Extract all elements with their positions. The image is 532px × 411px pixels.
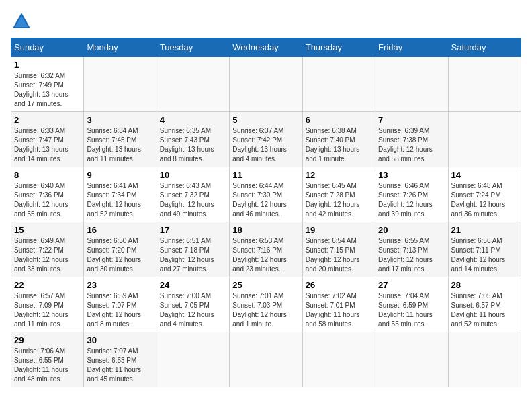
day-number: 27 (378, 280, 445, 290)
day-header-wednesday: Wednesday (230, 38, 302, 57)
day-info: Sunrise: 7:02 AMSunset: 7:01 PMDaylight:… (306, 291, 372, 329)
day-number: 5 (232, 115, 299, 125)
calendar-cell: 10Sunrise: 6:43 AMSunset: 7:32 PMDayligh… (157, 167, 229, 222)
day-number: 14 (451, 170, 518, 180)
day-info: Sunrise: 6:59 AMSunset: 7:07 PMDaylight:… (87, 291, 153, 329)
day-header-saturday: Saturday (448, 38, 521, 57)
calendar-cell: 20Sunrise: 6:55 AMSunset: 7:13 PMDayligh… (375, 222, 448, 277)
day-number: 22 (14, 280, 81, 290)
day-info: Sunrise: 6:43 AMSunset: 7:32 PMDaylight:… (160, 181, 226, 219)
day-info: Sunrise: 7:01 AMSunset: 7:03 PMDaylight:… (232, 291, 299, 329)
day-info: Sunrise: 7:06 AMSunset: 6:55 PMDaylight:… (14, 347, 81, 384)
calendar-cell: 3Sunrise: 6:34 AMSunset: 7:45 PMDaylight… (84, 112, 157, 167)
day-info: Sunrise: 6:56 AMSunset: 7:11 PMDaylight:… (451, 236, 518, 274)
day-info: Sunrise: 6:33 AMSunset: 7:47 PMDaylight:… (14, 126, 81, 164)
day-header-thursday: Thursday (302, 38, 375, 57)
day-number: 28 (451, 280, 518, 290)
day-number: 2 (14, 115, 81, 125)
calendar-cell: 21Sunrise: 6:56 AMSunset: 7:11 PMDayligh… (448, 222, 521, 277)
calendar-week-row: 1Sunrise: 6:32 AMSunset: 7:49 PMDaylight… (11, 57, 521, 112)
calendar-cell: 23Sunrise: 6:59 AMSunset: 7:07 PMDayligh… (84, 277, 157, 332)
day-number: 7 (378, 115, 445, 125)
calendar-cell: 1Sunrise: 6:32 AMSunset: 7:49 PMDaylight… (11, 57, 84, 112)
calendar-cell: 17Sunrise: 6:51 AMSunset: 7:18 PMDayligh… (157, 222, 229, 277)
day-number: 21 (451, 225, 518, 235)
calendar-cell: 9Sunrise: 6:41 AMSunset: 7:34 PMDaylight… (84, 167, 157, 222)
day-number: 25 (232, 280, 299, 290)
logo (11, 11, 35, 32)
day-info: Sunrise: 6:39 AMSunset: 7:38 PMDaylight:… (378, 126, 445, 164)
calendar-cell (448, 112, 521, 167)
day-info: Sunrise: 7:07 AMSunset: 6:53 PMDaylight:… (87, 347, 153, 384)
calendar-cell: 13Sunrise: 6:46 AMSunset: 7:26 PMDayligh… (375, 167, 448, 222)
calendar-week-row: 29Sunrise: 7:06 AMSunset: 6:55 PMDayligh… (11, 332, 521, 387)
calendar-cell: 26Sunrise: 7:02 AMSunset: 7:01 PMDayligh… (302, 277, 375, 332)
day-number: 8 (14, 170, 81, 180)
calendar-cell: 27Sunrise: 7:04 AMSunset: 6:59 PMDayligh… (375, 277, 448, 332)
calendar-cell: 14Sunrise: 6:48 AMSunset: 7:24 PMDayligh… (448, 167, 521, 222)
calendar-cell: 6Sunrise: 6:38 AMSunset: 7:40 PMDaylight… (302, 112, 375, 167)
day-number: 17 (160, 225, 226, 235)
calendar-cell: 24Sunrise: 7:00 AMSunset: 7:05 PMDayligh… (157, 277, 229, 332)
calendar-cell: 19Sunrise: 6:54 AMSunset: 7:15 PMDayligh… (302, 222, 375, 277)
day-number: 4 (160, 115, 226, 125)
calendar-cell (157, 332, 229, 387)
day-header-friday: Friday (375, 38, 448, 57)
calendar-cell: 30Sunrise: 7:07 AMSunset: 6:53 PMDayligh… (84, 332, 157, 387)
day-info: Sunrise: 6:45 AMSunset: 7:28 PMDaylight:… (306, 181, 372, 219)
day-header-sunday: Sunday (11, 38, 84, 57)
day-info: Sunrise: 6:38 AMSunset: 7:40 PMDaylight:… (306, 126, 372, 164)
calendar-cell: 2Sunrise: 6:33 AMSunset: 7:47 PMDaylight… (11, 112, 84, 167)
calendar-cell: 16Sunrise: 6:50 AMSunset: 7:20 PMDayligh… (84, 222, 157, 277)
day-number: 1 (14, 60, 81, 70)
day-info: Sunrise: 6:53 AMSunset: 7:16 PMDaylight:… (232, 236, 299, 274)
calendar-cell (375, 57, 448, 112)
calendar-cell (84, 57, 157, 112)
calendar-week-row: 15Sunrise: 6:49 AMSunset: 7:22 PMDayligh… (11, 222, 521, 277)
calendar-cell: 12Sunrise: 6:45 AMSunset: 7:28 PMDayligh… (302, 167, 375, 222)
day-number: 20 (378, 225, 445, 235)
day-number: 11 (232, 170, 299, 180)
day-number: 26 (306, 280, 372, 290)
day-info: Sunrise: 6:34 AMSunset: 7:45 PMDaylight:… (87, 126, 153, 164)
day-number: 15 (14, 225, 81, 235)
calendar-cell (230, 57, 302, 112)
day-info: Sunrise: 6:35 AMSunset: 7:43 PMDaylight:… (160, 126, 226, 164)
day-info: Sunrise: 6:49 AMSunset: 7:22 PMDaylight:… (14, 236, 81, 274)
calendar-cell: 5Sunrise: 6:37 AMSunset: 7:42 PMDaylight… (230, 112, 302, 167)
calendar-cell: 8Sunrise: 6:40 AMSunset: 7:36 PMDaylight… (11, 167, 84, 222)
day-info: Sunrise: 6:37 AMSunset: 7:42 PMDaylight:… (232, 126, 299, 164)
day-info: Sunrise: 6:48 AMSunset: 7:24 PMDaylight:… (451, 181, 518, 219)
calendar-cell (375, 332, 448, 387)
day-info: Sunrise: 6:41 AMSunset: 7:34 PMDaylight:… (87, 181, 153, 219)
day-info: Sunrise: 6:55 AMSunset: 7:13 PMDaylight:… (378, 236, 445, 274)
day-info: Sunrise: 7:00 AMSunset: 7:05 PMDaylight:… (160, 291, 226, 329)
calendar-table: SundayMondayTuesdayWednesdayThursdayFrid… (11, 38, 521, 387)
day-number: 19 (306, 225, 372, 235)
page-header (11, 11, 521, 32)
day-number: 10 (160, 170, 226, 180)
calendar-cell (157, 57, 229, 112)
day-info: Sunrise: 6:50 AMSunset: 7:20 PMDaylight:… (87, 236, 153, 274)
calendar-cell: 18Sunrise: 6:53 AMSunset: 7:16 PMDayligh… (230, 222, 302, 277)
calendar-cell (448, 332, 521, 387)
day-info: Sunrise: 6:46 AMSunset: 7:26 PMDaylight:… (378, 181, 445, 219)
day-number: 23 (87, 280, 153, 290)
day-header-monday: Monday (84, 38, 157, 57)
day-header-tuesday: Tuesday (157, 38, 229, 57)
day-number: 24 (160, 280, 226, 290)
day-info: Sunrise: 6:57 AMSunset: 7:09 PMDaylight:… (14, 291, 81, 329)
calendar-cell: 28Sunrise: 7:05 AMSunset: 6:57 PMDayligh… (448, 277, 521, 332)
calendar-cell: 11Sunrise: 6:44 AMSunset: 7:30 PMDayligh… (230, 167, 302, 222)
day-info: Sunrise: 7:04 AMSunset: 6:59 PMDaylight:… (378, 291, 445, 329)
day-info: Sunrise: 7:05 AMSunset: 6:57 PMDaylight:… (451, 291, 518, 329)
calendar-cell: 4Sunrise: 6:35 AMSunset: 7:43 PMDaylight… (157, 112, 229, 167)
calendar-cell: 7Sunrise: 6:39 AMSunset: 7:38 PMDaylight… (375, 112, 448, 167)
calendar-week-row: 2Sunrise: 6:33 AMSunset: 7:47 PMDaylight… (11, 112, 521, 167)
calendar-cell (302, 332, 375, 387)
calendar-cell (448, 57, 521, 112)
calendar-cell (230, 332, 302, 387)
calendar-cell: 25Sunrise: 7:01 AMSunset: 7:03 PMDayligh… (230, 277, 302, 332)
day-info: Sunrise: 6:44 AMSunset: 7:30 PMDaylight:… (232, 181, 299, 219)
day-number: 30 (87, 335, 153, 345)
